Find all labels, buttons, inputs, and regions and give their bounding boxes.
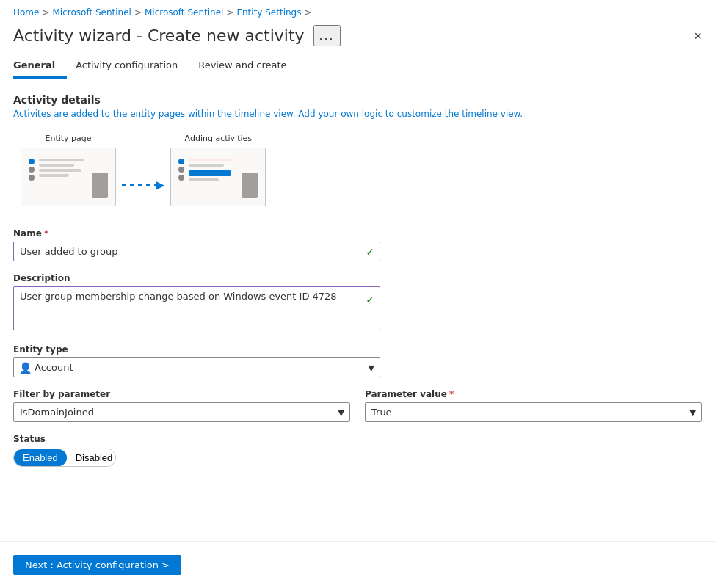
description-group: Description User group membership change… — [13, 273, 702, 333]
status-label: Status — [13, 434, 702, 444]
footer: Next : Activity configuration > — [0, 541, 715, 588]
entity-page-label: Entity page — [45, 134, 91, 143]
tab-general[interactable]: General — [13, 54, 67, 79]
breadcrumb: Home > Microsoft Sentinel > Microsoft Se… — [0, 0, 715, 22]
filter-group: Filter by parameter IsDomainJoined Accou… — [13, 389, 350, 422]
description-input[interactable]: User group membership change based on Wi… — [13, 286, 380, 330]
entity-type-select-wrapper: 👤 Account Host IP URL File Process Cloud… — [13, 357, 380, 377]
page-title: Activity wizard - Create new activity — [13, 26, 305, 45]
adding-activities-box — [170, 148, 266, 206]
activity-details-section: Activity details Activites are added to … — [13, 94, 702, 119]
description-label: Description — [13, 273, 702, 283]
name-required: * — [44, 228, 48, 239]
description-check-icon: ✓ — [366, 294, 374, 305]
breadcrumb-entity-settings[interactable]: Entity Settings — [236, 7, 301, 18]
tabs-bar: General Activity configuration Review an… — [0, 54, 715, 79]
param-value-label: Parameter value * — [365, 389, 702, 399]
param-value-select-wrapper: True False ▼ — [365, 402, 702, 422]
next-button[interactable]: Next : Activity configuration > — [13, 555, 181, 575]
more-options-button[interactable]: ... — [313, 25, 341, 46]
param-value-required: * — [449, 389, 454, 399]
arrow: ▶ — [116, 148, 170, 192]
filter-select-wrapper: IsDomainJoined AccountName AccountDomain… — [13, 402, 350, 422]
name-input[interactable] — [13, 242, 380, 261]
breadcrumb-sentinel1[interactable]: Microsoft Sentinel — [53, 7, 131, 18]
filter-row: Filter by parameter IsDomainJoined Accou… — [13, 389, 702, 422]
status-disabled-button[interactable]: Disabled — [67, 449, 116, 466]
breadcrumb-home[interactable]: Home — [13, 7, 39, 18]
wizard-title-group: Activity wizard - Create new activity ..… — [13, 25, 341, 46]
status-enabled-button[interactable]: Enabled — [14, 449, 67, 466]
name-group: Name * ✓ — [13, 228, 702, 261]
tab-activity-configuration[interactable]: Activity configuration — [76, 54, 189, 79]
diagram: Entity page — [21, 134, 702, 206]
filter-select[interactable]: IsDomainJoined AccountName AccountDomain… — [13, 402, 350, 422]
adding-activities-label: Adding activities — [185, 134, 252, 143]
entity-type-label: Entity type — [13, 344, 702, 355]
activity-details-subtitle: Activites are added to the entity pages … — [13, 109, 702, 119]
entity-page-box — [21, 148, 116, 206]
filter-label: Filter by parameter — [13, 389, 350, 399]
close-button[interactable]: × — [694, 29, 702, 43]
name-check-icon: ✓ — [366, 246, 374, 258]
name-label: Name * — [13, 228, 702, 239]
breadcrumb-sentinel2[interactable]: Microsoft Sentinel — [145, 7, 223, 18]
content-area: Activity details Activites are added to … — [0, 79, 715, 525]
param-value-group: Parameter value * True False ▼ — [365, 389, 702, 422]
wizard-header: Activity wizard - Create new activity ..… — [0, 22, 715, 54]
activity-details-title: Activity details — [13, 94, 702, 106]
name-input-wrapper: ✓ — [13, 242, 380, 261]
status-section: Status Enabled Disabled — [13, 434, 702, 467]
entity-type-group: Entity type 👤 Account Host IP URL File P… — [13, 344, 702, 377]
entity-type-select[interactable]: Account Host IP URL File Process CloudAp… — [13, 357, 380, 377]
description-input-wrapper: User group membership change based on Wi… — [13, 286, 380, 333]
status-toggle-group: Enabled Disabled — [13, 449, 116, 467]
tab-review-create[interactable]: Review and create — [198, 54, 298, 79]
param-value-select[interactable]: True False — [365, 402, 702, 422]
